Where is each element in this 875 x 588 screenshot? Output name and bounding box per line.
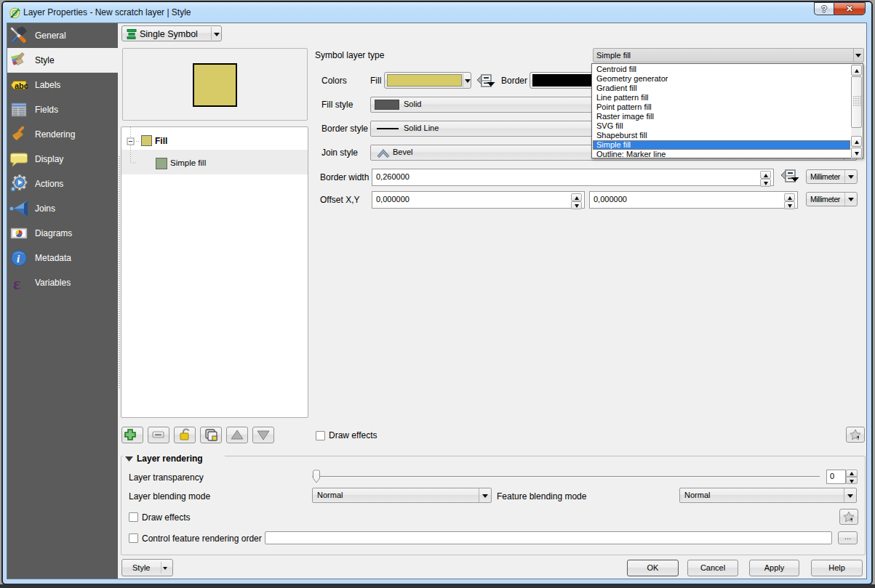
- svg-text:ε: ε: [13, 274, 20, 292]
- svg-text:abc: abc: [15, 81, 28, 90]
